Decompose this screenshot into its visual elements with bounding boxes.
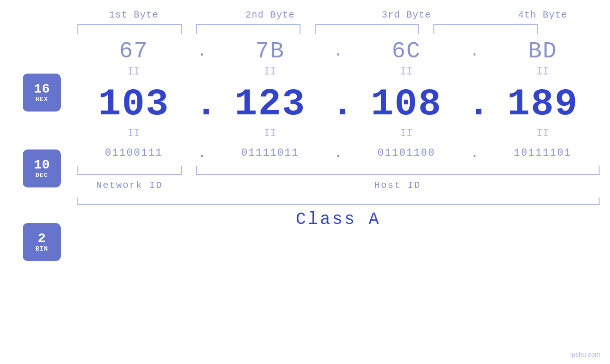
bin-byte2: 01111011 [218,147,322,159]
network-id-label: Network ID [77,180,182,191]
eq2-2: II [218,128,322,140]
bracket-top-4 [433,24,538,34]
hex-byte1: 67 [82,38,186,64]
class-bracket [77,197,600,205]
dot-bin-3: . [468,144,482,162]
bin-byte4: 10111101 [490,147,595,159]
dec-row: 103 . 123 . 108 . 189 [77,83,600,126]
eq2-3: II [354,128,459,140]
hex-byte2: 7B [218,38,322,64]
badge-bin: 2 BIN [23,223,61,261]
header-byte3: 3rd Byte [354,9,459,20]
dot-hex-1: . [195,43,209,60]
dot-bin-1: . [195,144,209,162]
bracket-bottom-network [77,166,182,175]
dot-bin-2: . [331,144,345,162]
badge-bin-num: 2 [38,232,46,245]
eq1-3: II [354,66,459,78]
hex-byte3: 6C [354,38,459,64]
eq2-4: II [490,128,595,140]
hex-byte4: BD [490,38,595,64]
dot-dec-3: . [468,83,482,126]
badge-bin-label: BIN [36,245,48,252]
dot-hex-3: . [468,43,482,60]
hex-row: 67 . 7B . 6C . BD [77,38,600,64]
eq1-2: II [218,66,322,78]
dot-dec-2: . [331,83,345,126]
eq1-4: II [490,66,595,78]
equals-row-2: II II II II [77,128,600,140]
bracket-top-1 [77,24,182,34]
bin-row: 01100111 . 01111011 . 01101100 . 1011110… [77,144,600,162]
equals-row-1: II II II II [77,66,600,78]
watermark: ipshu.com [570,351,601,358]
header-row: 1st Byte 2nd Byte 3rd Byte 4th Byte [77,9,600,20]
eq2-1: II [82,128,186,140]
badge-dec-label: DEC [36,172,48,179]
dot-hex-2: . [331,43,345,60]
main-container: 16 HEX 10 DEC 2 BIN 1st Byte 2nd Byte 3r… [0,0,610,364]
class-label: Class A [296,210,381,229]
badge-hex-num: 16 [34,83,50,96]
bracket-top-2 [196,24,300,34]
labels-row: Network ID Host ID [77,180,600,191]
badge-dec: 10 DEC [23,149,61,187]
header-byte1: 1st Byte [82,9,186,20]
header-byte4: 4th Byte [490,9,595,20]
badge-hex-label: HEX [36,96,48,103]
bin-byte3: 01101100 [354,147,459,159]
class-container: Class A [77,197,600,229]
dec-byte4: 189 [490,83,595,126]
bracket-bottom-host [196,166,600,175]
badge-hex: 16 HEX [23,74,61,112]
bottom-brackets [77,166,600,175]
dec-byte2: 123 [218,83,322,126]
host-id-label: Host ID [196,180,600,191]
dec-byte3: 108 [354,83,459,126]
bracket-top-3 [315,24,419,34]
top-brackets [77,24,600,34]
header-byte2: 2nd Byte [218,9,322,20]
bin-byte1: 01100111 [82,147,186,159]
dec-byte1: 103 [82,83,186,126]
eq1-1: II [82,66,186,78]
badge-dec-num: 10 [34,159,50,172]
dot-dec-1: . [195,83,209,126]
